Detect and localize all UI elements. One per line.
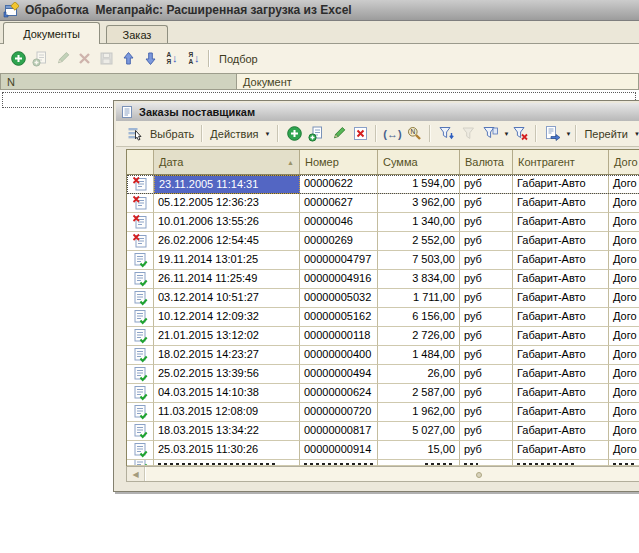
document-list-icon <box>120 105 134 119</box>
save-icon <box>95 50 117 68</box>
add-copy-icon <box>29 50 51 68</box>
table-row[interactable]: 18.03.2015 13:34:22000000008175 027,00ру… <box>127 422 639 441</box>
table-row[interactable]: 11.03.2015 12:08:09000000007201 962,00ру… <box>127 403 639 422</box>
table-row[interactable]: 23.11.2005 11:14:31000006221 594,00рубГа… <box>127 175 639 194</box>
column-header-number[interactable]: Номер <box>300 150 378 174</box>
table-row[interactable]: 19.11.2014 13:01:25000000047977 503,00ру… <box>127 251 639 270</box>
document-list-header: N Документ <box>0 73 639 90</box>
cell-number: 00000004797 <box>300 251 378 270</box>
column-header-label: Валюта <box>465 156 504 168</box>
podbor-button[interactable]: Подбор <box>215 51 262 67</box>
table-row[interactable]: 26.11.2014 11:25:49000000049163 834,00ру… <box>127 270 639 289</box>
cell-contract: Дого <box>609 175 639 194</box>
cell-sum: 2 587,00 <box>378 384 460 403</box>
window-title: Обработка Мегапрайс: Расширенная загрузк… <box>25 3 352 17</box>
main-toolbar-icons: АЯ↓ЯА↓ <box>7 50 205 68</box>
table-row[interactable]: 25.03.2015 11:30:260000000091415,00рубГа… <box>127 441 639 460</box>
column-header-label: Сумма <box>383 156 418 168</box>
tab-strip: Документы Заказ <box>0 21 639 43</box>
sort-indicator-icon: ▲ <box>287 159 294 166</box>
orders-toolbar: ВыбратьДействия▼(↔)N▼▼Перейти▼ <box>116 121 639 147</box>
filter-history-icon[interactable] <box>479 125 501 143</box>
fit-width-icon[interactable]: (↔) <box>381 125 403 143</box>
cell-currency: руб <box>460 365 513 384</box>
edit-icon[interactable] <box>327 125 349 143</box>
actions-button[interactable]: Действия▼ <box>207 126 273 142</box>
cell-currency: руб <box>460 232 513 251</box>
orders-window-titlebar[interactable]: Заказы поставщикам <box>116 103 639 121</box>
table-row[interactable]: 05.12.2005 12:36:23000006273 962,00рубГа… <box>127 194 639 213</box>
cell-currency: руб <box>460 441 513 460</box>
column-header-document[interactable]: Документ <box>236 73 639 90</box>
document-deleted-icon <box>127 232 154 251</box>
cell-contract: Дого <box>609 365 639 384</box>
column-header-contract[interactable]: Дого <box>609 150 639 174</box>
select-button[interactable]: Выбрать <box>121 123 197 145</box>
column-header-currency[interactable]: Валюта <box>460 150 513 174</box>
cell-sum: 15,00 <box>378 441 460 460</box>
cell-contractor: Габарит-Авто <box>513 213 609 232</box>
column-header-sum[interactable]: Сумма <box>378 150 460 174</box>
cell-currency: руб <box>460 251 513 270</box>
table-row[interactable]: 18.02.2015 14:23:27000000004001 484,00ру… <box>127 346 639 365</box>
delete-mark-icon[interactable] <box>349 125 371 143</box>
tab-order[interactable]: Заказ <box>106 25 168 43</box>
cell-contractor: Габарит-Авто <box>513 441 609 460</box>
column-header-label: Дого <box>614 156 638 168</box>
goto-button[interactable]: Перейти▼ <box>581 126 639 142</box>
app-window: Обработка Мегапрайс: Расширенная загрузк… <box>0 0 639 553</box>
cell-date: 11.03.2015 12:08:09 <box>154 403 300 422</box>
cell-contractor: Габарит-Авто <box>513 270 609 289</box>
filter-clear-icon[interactable] <box>509 125 531 143</box>
cell-date: 05.12.2005 12:36:23 <box>154 194 300 213</box>
table-row[interactable]: 10.01.2006 13:55:26000000461 340,00рубГа… <box>127 213 639 232</box>
cell-sum: 1 962,00 <box>378 403 460 422</box>
table-row[interactable]: 21.01.2015 13:12:02000000001182 726,00ру… <box>127 327 639 346</box>
column-header-date[interactable]: Дата▲ <box>154 150 300 174</box>
tab-documents[interactable]: Документы <box>3 22 100 44</box>
toolbar-separator <box>277 125 279 142</box>
find-by-number-icon[interactable]: N <box>403 125 425 143</box>
cell-number: 00000622 <box>300 175 378 194</box>
cell-contract: Дого <box>609 441 639 460</box>
table-row[interactable]: 25.02.2015 13:39:560000000049426,00рубГа… <box>127 365 639 384</box>
cell-currency: руб <box>460 422 513 441</box>
cell-contractor: Габарит-Авто <box>513 194 609 213</box>
sort-desc-icon[interactable]: ЯА↓ <box>183 50 205 68</box>
cell-number: 00000004916 <box>300 270 378 289</box>
document-deleted-icon <box>127 213 154 232</box>
add-icon[interactable] <box>7 50 29 68</box>
column-header-contractor[interactable]: Контрагент <box>513 150 609 174</box>
cell-sum: 5 027,00 <box>378 422 460 441</box>
column-header-n[interactable]: N <box>0 73 237 90</box>
cell-sum: 2 726,00 <box>378 327 460 346</box>
horizontal-scrollbar[interactable]: ◀ <box>126 466 639 482</box>
add-icon[interactable] <box>283 125 305 143</box>
clipped-text <box>158 463 278 465</box>
cell-currency: руб <box>460 194 513 213</box>
move-down-icon[interactable] <box>139 50 161 68</box>
chevron-down-icon: ▼ <box>265 131 271 137</box>
document-posted-icon <box>127 403 154 422</box>
add-copy-icon[interactable] <box>305 125 327 143</box>
filter-settings-icon[interactable] <box>435 125 457 143</box>
cell-number: 00000000720 <box>300 403 378 422</box>
scroll-left-icon[interactable]: ◀ <box>127 467 145 481</box>
document-deleted-icon <box>127 175 154 194</box>
table-row[interactable]: 26.02.2006 12:54:45000002692 552,00рубГа… <box>127 232 639 251</box>
table-row[interactable]: 03.12.2014 10:51:27000000050321 711,00ру… <box>127 289 639 308</box>
cell-date: 18.03.2015 13:34:22 <box>154 422 300 441</box>
cell-contractor: Габарит-Авто <box>513 384 609 403</box>
table-row[interactable]: 10.12.2014 12:09:32000000051626 156,00ру… <box>127 308 639 327</box>
scrollbar-thumb[interactable] <box>145 467 639 481</box>
move-up-icon[interactable] <box>117 50 139 68</box>
table-row[interactable]: 04.03.2015 14:10:38000000006242 587,00ру… <box>127 384 639 403</box>
cell-sum: 1 484,00 <box>378 346 460 365</box>
cell-currency: руб <box>460 346 513 365</box>
document-posted-icon <box>127 365 154 384</box>
cell-date: 04.03.2015 14:10:38 <box>154 384 300 403</box>
output-list-icon[interactable] <box>541 125 563 143</box>
cell-currency: руб <box>460 213 513 232</box>
sort-asc-icon[interactable]: АЯ↓ <box>161 50 183 68</box>
cell-currency: руб <box>460 403 513 422</box>
